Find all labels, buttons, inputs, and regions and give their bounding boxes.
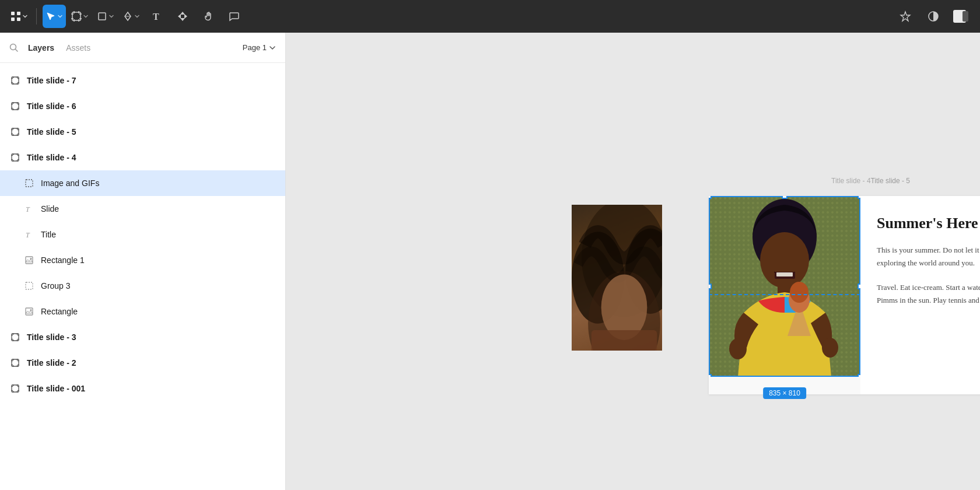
- tab-layers[interactable]: Layers: [23, 41, 59, 55]
- group-dashed-icon-2: [23, 282, 35, 290]
- photo-background: [709, 196, 860, 377]
- canvas[interactable]: Title slide - 4 Title slide - 5: [286, 33, 980, 490]
- svg-rect-38: [12, 128, 19, 135]
- contrast-button[interactable]: [922, 5, 945, 28]
- layer-label-image-gifs: Image and GIFs: [41, 178, 99, 188]
- layer-item-group-3[interactable]: Group 3: [0, 273, 285, 299]
- slide4-text-content: Summer's Here This is your summer. Do no…: [860, 196, 980, 394]
- svg-line-19: [16, 49, 18, 51]
- size-badge: 835 × 810: [763, 387, 806, 399]
- svg-rect-84: [12, 385, 19, 392]
- svg-text:T: T: [153, 12, 159, 22]
- selected-image[interactable]: [709, 196, 860, 377]
- handle-rm[interactable]: [858, 284, 860, 289]
- svg-rect-75: [12, 359, 19, 366]
- handle-tl[interactable]: [709, 196, 712, 199]
- layer-label-title-4: Title slide - 4: [27, 153, 76, 162]
- svg-rect-108: [776, 272, 793, 276]
- svg-rect-2: [11, 18, 15, 21]
- svg-rect-66: [12, 334, 19, 341]
- svg-point-61: [30, 258, 32, 260]
- svg-rect-59: [26, 257, 33, 264]
- image-icon-2: [23, 307, 35, 316]
- layer-item-rect[interactable]: Rectangle: [0, 299, 285, 324]
- layer-item-slide[interactable]: T Slide: [0, 196, 285, 222]
- svg-rect-13: [99, 13, 106, 20]
- layer-item-title-2[interactable]: Title slide - 2: [0, 350, 285, 376]
- tab-assets[interactable]: Assets: [61, 41, 95, 55]
- handle-tm[interactable]: [782, 196, 788, 199]
- frame-icon: [9, 128, 21, 136]
- slide4-heading: Summer's Here: [877, 215, 980, 232]
- layer-label-title: Title: [41, 230, 56, 239]
- layer-item-title-4[interactable]: Title slide - 4: [0, 145, 285, 170]
- app-menu-button[interactable]: [7, 5, 30, 28]
- comment-tool-button[interactable]: [222, 5, 246, 28]
- svg-rect-20: [12, 77, 19, 84]
- frame-icon: [9, 153, 21, 162]
- svg-point-106: [760, 232, 809, 288]
- components-tool-button[interactable]: [171, 5, 194, 28]
- text-icon-2: T: [23, 230, 35, 239]
- svg-point-65: [30, 309, 32, 311]
- layer-label-title-7: Title slide - 7: [27, 76, 76, 85]
- sidebar-tabs: Layers Assets: [23, 41, 238, 55]
- layer-item-title-7[interactable]: Title slide - 7: [0, 68, 285, 93]
- layer-label-slide: Slide: [41, 204, 59, 214]
- handle-lm[interactable]: [709, 284, 712, 289]
- move-tool-button[interactable]: [43, 5, 66, 28]
- sidebar-header: Layers Assets Page 1: [0, 33, 285, 63]
- pen-tool-button[interactable]: [120, 5, 143, 28]
- sidebar: Layers Assets Page 1: [0, 33, 286, 490]
- svg-rect-29: [12, 103, 19, 110]
- page-selector[interactable]: Page 1: [243, 43, 276, 52]
- main-layout: Layers Assets Page 1: [0, 33, 980, 490]
- layer-item-rect-1[interactable]: Rectangle 1: [0, 247, 285, 273]
- svg-rect-62: [26, 282, 33, 289]
- plugins-button[interactable]: [894, 5, 917, 28]
- slide4-frame: 835 × 810 Summer's Here This is your sum…: [709, 196, 980, 394]
- image-selection-container[interactable]: 835 × 810: [709, 196, 860, 394]
- layer-item-title-3[interactable]: Title slide - 3: [0, 324, 285, 350]
- slide4-para2: Travel. Eat ice-cream. Start a water fig…: [877, 281, 980, 307]
- handle-bl[interactable]: [709, 374, 712, 377]
- layer-item-image-gifs[interactable]: Image and GIFs: [0, 170, 285, 196]
- partial-slide-left: [572, 205, 662, 351]
- search-icon: [9, 43, 19, 52]
- svg-rect-4: [72, 12, 80, 20]
- partial-slide-inner: [572, 205, 662, 351]
- slide4-title-label: Title slide - 4: [831, 177, 871, 185]
- svg-rect-0: [11, 12, 15, 15]
- layer-label-title-5: Title slide - 5: [27, 127, 76, 136]
- frame-tool-button[interactable]: [68, 5, 92, 28]
- layer-item-title-001[interactable]: Title slide - 001: [0, 376, 285, 401]
- slide4-para1: This is your summer. Do not let it pass …: [877, 244, 980, 270]
- layers-panel: Title slide - 7: [0, 63, 285, 490]
- layer-label-title-001: Title slide - 001: [27, 384, 85, 393]
- svg-text:T: T: [26, 205, 30, 213]
- svg-point-112: [729, 338, 747, 359]
- layer-item-title[interactable]: T Title: [0, 222, 285, 247]
- image-icon: [23, 256, 35, 264]
- handle-br[interactable]: [858, 374, 860, 377]
- layer-label-title-2: Title slide - 2: [27, 358, 76, 368]
- svg-rect-56: [26, 180, 33, 187]
- share-button[interactable]: [950, 5, 973, 28]
- text-tool-button[interactable]: T: [145, 5, 169, 28]
- layer-item-title-5[interactable]: Title slide - 5: [0, 119, 285, 145]
- frame-icon: [9, 76, 21, 85]
- shape-tool-button[interactable]: [94, 5, 117, 28]
- woman-photo-left: [572, 205, 662, 351]
- handle-tr[interactable]: [858, 196, 860, 199]
- svg-rect-16: [953, 10, 966, 23]
- layer-label-group-3: Group 3: [41, 281, 71, 290]
- hand-tool-button[interactable]: [197, 5, 220, 28]
- svg-text:T: T: [26, 231, 30, 239]
- svg-rect-1: [17, 12, 20, 15]
- toolbar-right: [894, 5, 973, 28]
- svg-rect-17: [963, 11, 968, 22]
- svg-rect-98: [592, 330, 657, 351]
- layer-item-title-6[interactable]: Title slide - 6: [0, 93, 285, 119]
- frame-icon-5: [9, 384, 21, 393]
- toolbar-separator-1: [36, 8, 37, 24]
